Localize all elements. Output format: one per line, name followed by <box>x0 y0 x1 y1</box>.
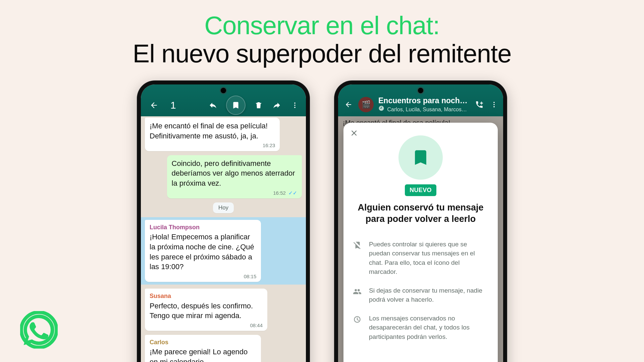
camera-dot-icon <box>418 88 423 93</box>
chat-titles: Encuentros para noche… Carlos, Lucila, S… <box>378 96 470 113</box>
date-separator: Hoy <box>213 202 234 213</box>
group-icon <box>353 286 363 304</box>
selection-count: 1 <box>170 100 176 111</box>
disappearing-timer-icon <box>378 105 384 111</box>
message-incoming[interactable]: Lucila Thompson ¡Hola! Empecemos a plani… <box>145 220 261 282</box>
selected-message-row[interactable]: Lucila Thompson ¡Hola! Empecemos a plani… <box>141 217 306 285</box>
svg-point-3 <box>294 107 296 108</box>
svg-point-6 <box>493 106 495 107</box>
headline-line1: Conservar en el chat: <box>0 11 644 40</box>
message-time: 16:23 <box>150 142 275 149</box>
svg-point-2 <box>294 105 296 106</box>
phone-right: 🎬 Encuentros para noche… Carlos, Lucila,… <box>334 80 507 362</box>
message-time: 08:44 <box>150 322 263 329</box>
chat-title: Encuentros para noche… <box>378 96 470 105</box>
sheet-row: Puedes controlar si quieres que se pueda… <box>352 235 490 281</box>
more-icon[interactable] <box>290 100 300 110</box>
svg-point-5 <box>493 104 495 105</box>
bookmark-off-icon <box>353 240 363 277</box>
headline-line2: El nuevo superpoder del remitente <box>0 40 644 68</box>
message-text: ¡Me parece genial! Lo agendo en mi calen… <box>150 348 248 362</box>
svg-point-4 <box>493 102 495 103</box>
sheet-row-text: Los mensajes conservados no desaparecerá… <box>369 314 488 342</box>
back-icon[interactable] <box>149 100 159 110</box>
message-sender: Susana <box>150 292 263 300</box>
new-badge: NUEVO <box>405 184 436 196</box>
message-text: ¡Me encantó el final de esa película! De… <box>150 122 268 140</box>
camera-dot-icon <box>221 88 226 93</box>
message-sender: Lucila Thompson <box>150 223 256 231</box>
sheet-row-text: Puedes controlar si quieres que se pueda… <box>369 240 488 277</box>
timer-icon <box>353 314 363 342</box>
chat-messages: ¡Me encantó el final de esa película! De… <box>141 116 306 362</box>
group-avatar[interactable]: 🎬 <box>358 97 374 112</box>
read-ticks-icon: ✓✓ <box>287 190 297 196</box>
message-text: ¡Hola! Empecemos a planificar la próxima… <box>150 233 254 271</box>
reply-icon[interactable] <box>208 100 218 110</box>
whatsapp-logo-icon <box>20 311 58 349</box>
keep-bookmark-button[interactable] <box>226 96 246 115</box>
message-incoming[interactable]: ¡Me encantó el final de esa película! De… <box>145 118 280 151</box>
message-incoming[interactable]: Susana Perfecto, después les confirmo. T… <box>145 289 267 331</box>
sheet-title: Alguien conservó tu mensaje para poder v… <box>352 202 490 225</box>
message-outgoing[interactable]: Coincido, pero definitivamente deberíamo… <box>167 155 302 198</box>
message-text: Perfecto, después les confirmo. Tengo qu… <box>150 302 253 320</box>
phone-left: 1 ¡Me encantó el fina <box>137 80 310 362</box>
svg-point-1 <box>294 102 296 104</box>
message-incoming[interactable]: Carlos ¡Me parece genial! Lo agendo en m… <box>145 335 261 362</box>
info-sheet: NUEVO Alguien conservó tu mensaje para p… <box>343 123 498 362</box>
chat-subtitle: Carlos, Lucila, Susana, Marcos… <box>378 105 470 113</box>
sheet-row: Los mensajes conservados no desaparecerá… <box>352 309 490 346</box>
sheet-row: Si dejas de conservar tu mensaje, nadie … <box>352 281 490 309</box>
message-time: 08:15 <box>150 273 256 280</box>
bookmark-hero-icon <box>398 135 443 180</box>
add-call-icon[interactable] <box>474 100 484 110</box>
message-text: Coincido, pero definitivamente deberíamo… <box>172 159 295 187</box>
message-time: 16:52 ✓✓ <box>172 190 297 196</box>
delete-icon[interactable] <box>254 100 264 110</box>
phones-row: 1 ¡Me encantó el fina <box>137 80 507 362</box>
more-icon[interactable] <box>489 100 499 110</box>
close-icon[interactable] <box>350 128 360 138</box>
message-sender: Carlos <box>150 338 256 346</box>
back-icon[interactable] <box>343 100 354 110</box>
headline-block: Conservar en el chat: El nuevo superpode… <box>0 11 644 67</box>
sheet-row-text: Si dejas de conservar tu mensaje, nadie … <box>369 286 488 304</box>
forward-icon[interactable] <box>272 100 282 110</box>
